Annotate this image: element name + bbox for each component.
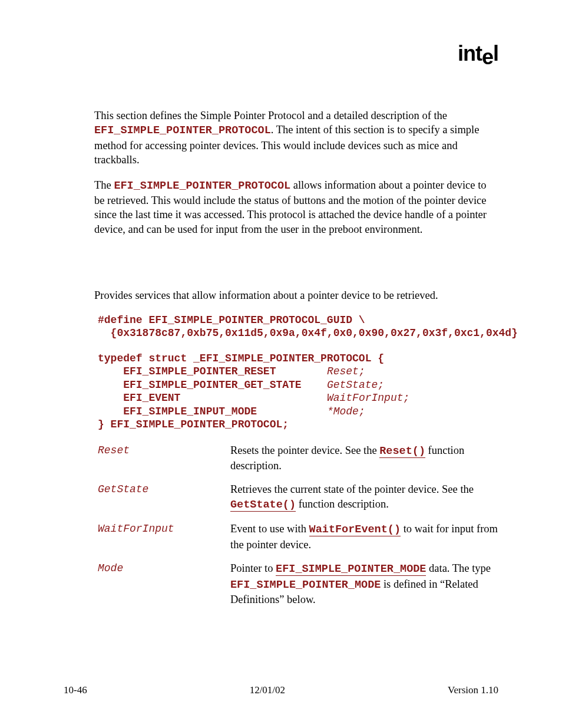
text: Event to use with [230, 523, 309, 535]
code-link[interactable]: WaitForEvent() [309, 523, 401, 536]
text: The [94, 179, 114, 191]
footer-page-number: 10-46 [64, 684, 87, 696]
guid-code-block: #define EFI_SIMPLE_POINTER_PROTOCOL_GUID… [98, 314, 498, 340]
param-name: Reset [94, 443, 230, 458]
param-row-getstate: GetState Retrieves the current state of … [94, 482, 498, 512]
code-identifier: EFI_SIMPLE_POINTER_PROTOCOL [94, 124, 271, 137]
code-link[interactable]: EFI_SIMPLE_POINTER_MODE [276, 563, 426, 576]
code-type: EFI_SIMPLE_POINTER_GET_STATE [98, 379, 327, 391]
code-member: GetState; [327, 379, 384, 391]
summary-text: Provides services that allow information… [94, 288, 498, 302]
code-link[interactable]: Reset() [379, 445, 425, 458]
code-identifier: EFI_SIMPLE_POINTER_PROTOCOL [114, 180, 290, 192]
document-page: intel This section defines the Simple Po… [0, 0, 562, 728]
code-link[interactable]: GetState() [230, 499, 296, 512]
code-line: } EFI_SIMPLE_POINTER_PROTOCOL; [98, 419, 289, 430]
code-line: typedef struct _EFI_SIMPLE_POINTER_PROTO… [98, 353, 384, 364]
code-member: Reset; [327, 365, 365, 377]
struct-code-block: typedef struct _EFI_SIMPLE_POINTER_PROTO… [98, 352, 498, 431]
page-content: This section defines the Simple Pointer … [94, 108, 498, 607]
footer-date: 12/01/02 [250, 684, 285, 696]
param-name: GetState [94, 482, 230, 497]
page-footer: 10-46 12/01/02 Version 1.10 [64, 684, 498, 696]
param-row-waitforinput: WaitForInput Event to use with WaitForEv… [94, 522, 498, 552]
param-desc: Resets the pointer device. See the Reset… [230, 443, 498, 473]
param-row-mode: Mode Pointer to EFI_SIMPLE_POINTER_MODE … [94, 561, 498, 607]
footer-version: Version 1.10 [448, 684, 498, 696]
text: Resets the pointer device. See the [230, 444, 379, 456]
param-row-reset: Reset Resets the pointer device. See the… [94, 443, 498, 473]
text: function description. [296, 498, 389, 510]
code-type: EFI_EVENT [98, 392, 327, 404]
text: data. The type [426, 562, 491, 574]
param-name: Mode [94, 561, 230, 576]
intro-paragraph-2: The EFI_SIMPLE_POINTER_PROTOCOL allows i… [94, 178, 498, 237]
text: Pointer to [230, 562, 276, 574]
param-desc: Event to use with WaitForEvent() to wait… [230, 522, 498, 552]
code-identifier: EFI_SIMPLE_POINTER_MODE [230, 579, 381, 591]
intro-paragraph-1: This section defines the Simple Pointer … [94, 108, 498, 167]
parameters-table: Reset Resets the pointer device. See the… [94, 443, 498, 607]
text: Retrieves the current state of the point… [230, 483, 474, 495]
code-member: WaitForInput; [327, 392, 409, 404]
param-desc: Pointer to EFI_SIMPLE_POINTER_MODE data.… [230, 561, 498, 607]
param-name: WaitForInput [94, 522, 230, 536]
code-member: *Mode; [327, 406, 365, 417]
param-desc: Retrieves the current state of the point… [230, 482, 498, 512]
text: This section defines the Simple Pointer … [94, 110, 447, 121]
code-type: EFI_SIMPLE_POINTER_RESET [98, 365, 327, 377]
code-type: EFI_SIMPLE_INPUT_MODE [98, 406, 327, 417]
intel-logo: intel [458, 41, 498, 66]
